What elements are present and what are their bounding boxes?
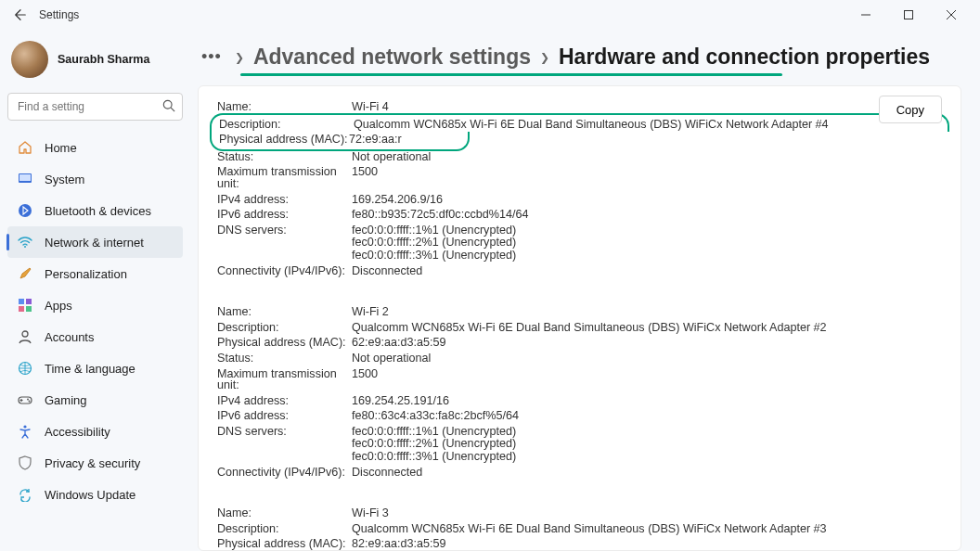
main-panel: ••• ❯ Advanced network settings ❯ Hardwa… bbox=[190, 30, 980, 551]
property-row: Physical address (MAC):62:e9:aa:d3:a5:59 bbox=[217, 335, 942, 351]
access-icon bbox=[17, 423, 33, 440]
property-label: Maximum transmission unit: bbox=[217, 368, 352, 391]
sidebar-item-accounts[interactable]: Accounts bbox=[7, 321, 183, 352]
property-value: 82:e9:aa:d3:a5:59 bbox=[352, 538, 942, 550]
svg-point-4 bbox=[19, 204, 32, 217]
property-label: Description: bbox=[219, 119, 354, 131]
property-label: IPv6 address: bbox=[217, 410, 352, 422]
chevron-right-icon: ❯ bbox=[540, 51, 549, 64]
property-label: DNS servers: bbox=[217, 426, 352, 463]
property-row: Description:Qualcomm WCN685x Wi-Fi 6E Du… bbox=[217, 521, 942, 537]
property-label: Physical address (MAC): bbox=[219, 134, 349, 146]
svg-rect-7 bbox=[26, 299, 32, 304]
property-row: IPv4 address:169.254.25.191/16 bbox=[217, 393, 942, 409]
property-value: 72:e9:aa:r bbox=[349, 134, 460, 146]
globe-icon bbox=[17, 360, 33, 377]
property-row: Name:Wi-Fi 4 bbox=[217, 99, 942, 115]
breadcrumb-parent[interactable]: Advanced network settings bbox=[253, 45, 531, 70]
svg-point-5 bbox=[24, 246, 26, 248]
maximize-button[interactable] bbox=[887, 0, 930, 30]
sidebar-item-label: Privacy & security bbox=[45, 456, 140, 470]
adapter-group: Name:Wi-Fi 4Description:Qualcomm WCN685x… bbox=[217, 99, 942, 278]
svg-rect-3 bbox=[19, 174, 31, 181]
property-row: IPv4 address:169.254.206.9/16 bbox=[217, 192, 942, 208]
system-icon bbox=[17, 171, 33, 187]
page-title: Hardware and connection properties bbox=[559, 45, 930, 70]
property-value: fec0:0:0:ffff::1%1 (Unencrypted) bbox=[352, 426, 942, 438]
property-value: Disconnected bbox=[352, 467, 942, 479]
property-value: Wi-Fi 3 bbox=[352, 507, 942, 519]
svg-rect-9 bbox=[26, 306, 32, 312]
sidebar-item-windows-update[interactable]: Windows Update bbox=[7, 479, 183, 510]
profile-name: Saurabh Sharma bbox=[58, 53, 149, 66]
svg-point-1 bbox=[163, 100, 172, 109]
property-row: Maximum transmission unit:1500 bbox=[217, 366, 942, 393]
property-row: Name:Wi-Fi 3 bbox=[217, 506, 942, 521]
person-icon bbox=[17, 328, 33, 345]
property-label: Maximum transmission unit: bbox=[217, 166, 352, 189]
property-row: IPv6 address:fe80::63c4:a33c:fa8c:2bcf%5… bbox=[217, 408, 942, 424]
sidebar-item-apps[interactable]: Apps bbox=[7, 289, 183, 321]
property-label: Physical address (MAC): bbox=[217, 538, 352, 550]
minimize-button[interactable] bbox=[845, 0, 887, 30]
back-button[interactable] bbox=[7, 2, 33, 28]
profile-block[interactable]: Saurabh Sharma bbox=[7, 37, 183, 87]
property-label: Name: bbox=[217, 507, 352, 519]
property-label: Connectivity (IPv4/IPv6): bbox=[217, 467, 352, 479]
copy-button[interactable]: Copy bbox=[879, 96, 942, 123]
search-box[interactable] bbox=[7, 93, 183, 121]
property-label: Name: bbox=[217, 101, 352, 113]
sidebar-item-label: System bbox=[45, 173, 84, 186]
search-input[interactable] bbox=[7, 93, 183, 121]
property-label: Status: bbox=[217, 151, 352, 163]
property-row: Maximum transmission unit:1500 bbox=[217, 164, 942, 191]
highlight-annotation: Physical address (MAC):72:e9:aa:r bbox=[210, 132, 470, 151]
apps-icon bbox=[17, 297, 33, 314]
highlight-annotation: Description:Qualcomm WCN685x Wi-Fi 6E Du… bbox=[210, 113, 949, 133]
property-value: fec0:0:0:ffff::2%1 (Unencrypted) bbox=[352, 438, 942, 450]
property-value: Wi-Fi 4 bbox=[352, 101, 942, 113]
adapter-group: Name:Wi-Fi 2Description:Qualcomm WCN685x… bbox=[217, 304, 942, 480]
property-row: DNS servers:fec0:0:0:ffff::1%1 (Unencryp… bbox=[217, 223, 942, 263]
property-value: Disconnected bbox=[352, 265, 942, 277]
update-icon bbox=[17, 486, 33, 503]
sidebar-item-label: Network & internet bbox=[45, 236, 144, 250]
property-value: Qualcomm WCN685x Wi-Fi 6E Dual Band Simu… bbox=[354, 119, 940, 131]
property-row: Status:Not operational bbox=[217, 149, 942, 165]
home-icon bbox=[17, 139, 33, 156]
search-icon bbox=[162, 99, 175, 112]
nav-list: HomeSystemBluetooth & devicesNetwork & i… bbox=[7, 132, 183, 510]
close-icon bbox=[947, 10, 956, 19]
property-row: Physical address (MAC):82:e9:aa:d3:a5:59 bbox=[217, 536, 942, 551]
sidebar-item-system[interactable]: System bbox=[7, 163, 183, 195]
sidebar-item-network-internet[interactable]: Network & internet bbox=[7, 226, 183, 258]
svg-point-10 bbox=[22, 331, 28, 337]
breadcrumb: ••• ❯ Advanced network settings ❯ Hardwa… bbox=[198, 41, 961, 71]
sidebar-item-accessibility[interactable]: Accessibility bbox=[7, 416, 183, 447]
property-label: IPv6 address: bbox=[217, 209, 352, 221]
property-value: fe80::63c4:a33c:fa8c:2bcf%5/64 bbox=[352, 410, 942, 422]
sidebar-item-gaming[interactable]: Gaming bbox=[7, 384, 183, 416]
property-value: 62:e9:aa:d3:a5:59 bbox=[352, 337, 942, 349]
sidebar-item-home[interactable]: Home bbox=[7, 132, 183, 163]
brush-icon bbox=[17, 265, 33, 282]
sidebar-item-label: Bluetooth & devices bbox=[45, 204, 151, 218]
sidebar-item-bluetooth-devices[interactable]: Bluetooth & devices bbox=[7, 195, 183, 226]
svg-point-15 bbox=[23, 425, 26, 428]
sidebar-item-label: Accessibility bbox=[45, 425, 110, 439]
sidebar-item-label: Home bbox=[45, 141, 77, 155]
sidebar-item-privacy-security[interactable]: Privacy & security bbox=[7, 447, 183, 479]
property-row: Connectivity (IPv4/IPv6):Disconnected bbox=[217, 263, 942, 279]
chevron-right-icon: ❯ bbox=[235, 51, 244, 64]
sidebar-item-time-language[interactable]: Time & language bbox=[7, 352, 183, 384]
sidebar-item-personalization[interactable]: Personalization bbox=[7, 258, 183, 289]
adapter-group: Name:Wi-Fi 3Description:Qualcomm WCN685x… bbox=[217, 506, 942, 551]
close-button[interactable] bbox=[930, 0, 973, 30]
sidebar-item-label: Personalization bbox=[45, 267, 127, 281]
svg-rect-6 bbox=[19, 299, 24, 304]
title-bar: Settings bbox=[0, 0, 980, 30]
property-value: 1500 bbox=[352, 166, 942, 189]
breadcrumb-overflow[interactable]: ••• bbox=[198, 47, 226, 67]
window-controls bbox=[845, 0, 973, 30]
sidebar-item-label: Time & language bbox=[45, 362, 135, 376]
